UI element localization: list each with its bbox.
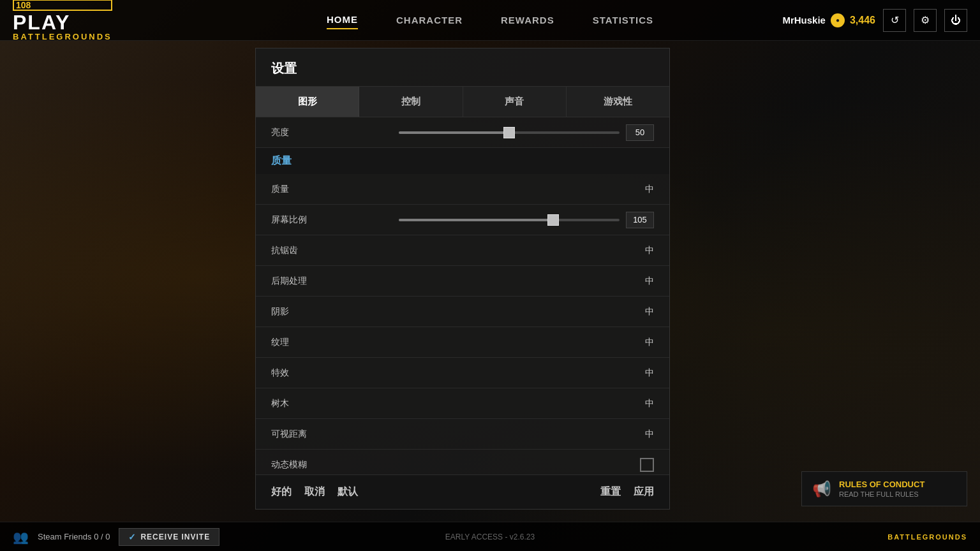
rules-title-prefix: RULES OF [839, 480, 883, 489]
antialiasing-label: 抗锯齿 [271, 245, 628, 256]
power-button[interactable]: ⏻ [944, 9, 967, 32]
nav-links: HOME CHARACTER REWARDS STATISTICS [327, 11, 653, 29]
screen-ratio-slider-thumb[interactable] [547, 214, 559, 226]
rules-text: RULES OF CONDUCT READ THE FULL RULES [839, 480, 956, 498]
brightness-row: 亮度 50 [256, 117, 669, 148]
post-processing-label: 后期处理 [271, 276, 628, 287]
tab-gameplay[interactable]: 游戏性 [567, 87, 669, 117]
screen-ratio-slider-fill [399, 219, 553, 221]
friends-icon: 👥 [13, 529, 29, 545]
post-processing-row: 后期处理 中 [256, 266, 669, 297]
battlegrounds-logo-small: BATTLEGROUNDS [887, 533, 967, 541]
top-navigation: 108 PLAY BATTLEGROUNDS HOME CHARACTER RE… [0, 0, 980, 41]
textures-label: 纹理 [271, 337, 628, 348]
quality-section-header: 质量 [256, 148, 669, 174]
nav-statistics[interactable]: STATISTICS [593, 11, 653, 29]
default-button[interactable]: 默认 [338, 485, 358, 499]
cancel-button[interactable]: 取消 [304, 485, 325, 499]
brightness-label: 亮度 [271, 127, 399, 138]
footer-left: 好的 取消 默认 [271, 485, 358, 499]
rules-subtitle: READ THE FULL RULES [839, 490, 956, 498]
view-distance-label: 可视距离 [271, 429, 628, 440]
foliage-value[interactable]: 中 [628, 398, 654, 409]
nav-rewards[interactable]: REWARDS [501, 11, 554, 29]
antialiasing-row: 抗锯齿 中 [256, 235, 669, 266]
nav-right: MrHuskie ● 3,446 ↺ ⚙ ⏻ [782, 9, 980, 32]
coin-amount: 3,446 [850, 15, 875, 26]
quality-row: 质量 中 [256, 174, 669, 205]
shadows-value[interactable]: 中 [628, 306, 654, 318]
brightness-slider-container: 50 [399, 124, 654, 141]
settings-panel: 设置 图形 控制 声音 游戏性 亮度 50 质量 质量 中 屏幕比例 [255, 48, 670, 510]
settings-content: 亮度 50 质量 质量 中 屏幕比例 105 [256, 117, 669, 474]
quality-label: 质量 [271, 184, 628, 195]
foliage-label: 树木 [271, 398, 628, 409]
logo-play: PLAY [13, 12, 112, 33]
refresh-button[interactable]: ↺ [883, 9, 906, 32]
brightness-slider-thumb[interactable] [503, 127, 515, 138]
coin-icon: ● [831, 13, 845, 27]
apply-button[interactable]: 应用 [634, 485, 654, 499]
rules-banner[interactable]: 📢 RULES OF CONDUCT READ THE FULL RULES [801, 471, 967, 506]
ok-button[interactable]: 好的 [271, 485, 292, 499]
brightness-slider-track[interactable] [399, 131, 620, 134]
view-distance-row: 可视距离 中 [256, 419, 669, 450]
bottom-bar: 👥 Steam Friends 0 / 0 ✓ RECEIVE INVITE E… [0, 522, 980, 551]
bottom-right: BATTLEGROUNDS [887, 533, 967, 541]
logo: 108 PLAY BATTLEGROUNDS [13, 0, 112, 41]
brightness-slider-fill [399, 131, 509, 134]
username: MrHuskie [782, 15, 826, 26]
tab-controls[interactable]: 控制 [359, 87, 463, 117]
bottom-left: 👥 Steam Friends 0 / 0 ✓ RECEIVE INVITE [13, 528, 219, 546]
post-processing-value[interactable]: 中 [628, 276, 654, 287]
receive-invite-label: RECEIVE INVITE [140, 533, 210, 541]
effects-row: 特效 中 [256, 358, 669, 388]
textures-row: 纹理 中 [256, 327, 669, 358]
shadows-row: 阴影 中 [256, 297, 669, 327]
receive-invite-button[interactable]: ✓ RECEIVE INVITE [119, 528, 219, 546]
nav-home[interactable]: HOME [327, 11, 358, 29]
checkmark-icon: ✓ [128, 532, 137, 542]
screen-ratio-slider-container: 105 [399, 212, 654, 228]
motion-blur-checkbox[interactable] [640, 458, 654, 472]
version-text: EARLY ACCESS - v2.6.23 [445, 533, 535, 541]
textures-value[interactable]: 中 [628, 337, 654, 348]
settings-tabs: 图形 控制 声音 游戏性 [256, 87, 669, 117]
shadows-label: 阴影 [271, 306, 628, 318]
screen-ratio-label: 屏幕比例 [271, 214, 399, 226]
screen-ratio-value[interactable]: 105 [626, 212, 654, 228]
rules-icon: 📢 [812, 480, 831, 498]
user-info: MrHuskie ● 3,446 [782, 13, 875, 27]
logo-108: 108 [13, 0, 112, 11]
effects-value[interactable]: 中 [628, 367, 654, 379]
motion-blur-row: 动态模糊 [256, 450, 669, 474]
settings-button[interactable]: ⚙ [914, 9, 937, 32]
nav-character[interactable]: CHARACTER [396, 11, 463, 29]
friends-text: Steam Friends 0 / 0 [38, 532, 110, 541]
antialiasing-value[interactable]: 中 [628, 245, 654, 256]
effects-label: 特效 [271, 367, 628, 379]
screen-ratio-row: 屏幕比例 105 [256, 205, 669, 235]
logo-area: 108 PLAY BATTLEGROUNDS [0, 0, 112, 41]
tab-graphics[interactable]: 图形 [256, 87, 359, 117]
settings-title: 设置 [256, 48, 669, 87]
motion-blur-label: 动态模糊 [271, 459, 640, 471]
settings-footer: 好的 取消 默认 重置 应用 [256, 474, 669, 509]
tab-audio[interactable]: 声音 [463, 87, 567, 117]
screen-ratio-slider-track[interactable] [399, 219, 620, 221]
reset-button[interactable]: 重置 [600, 485, 621, 499]
foliage-row: 树木 中 [256, 388, 669, 419]
rules-title-highlight: CONDUCT [883, 480, 924, 489]
brightness-value[interactable]: 50 [626, 124, 654, 141]
rules-title: RULES OF CONDUCT [839, 480, 956, 489]
logo-battlegrounds: BATTLEGROUNDS [13, 33, 112, 41]
view-distance-value[interactable]: 中 [628, 429, 654, 440]
footer-right: 重置 应用 [600, 485, 654, 499]
quality-value[interactable]: 中 [628, 184, 654, 195]
